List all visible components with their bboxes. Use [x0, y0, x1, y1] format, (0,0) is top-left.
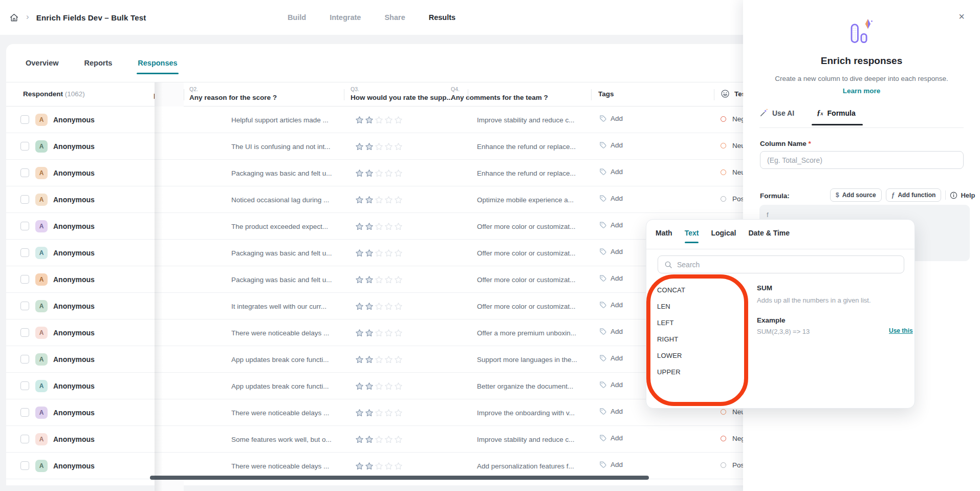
add-tag-button[interactable]: Add — [599, 354, 623, 362]
star-icon — [394, 302, 403, 311]
avatar: A — [35, 433, 48, 445]
star-icon — [375, 222, 383, 231]
row-checkbox[interactable] — [20, 328, 29, 337]
rating-stars — [355, 196, 403, 204]
respondent-name: Anonymous — [53, 302, 95, 310]
row-checkbox[interactable] — [20, 302, 29, 310]
star-icon — [355, 196, 364, 204]
star-icon — [365, 196, 374, 204]
picker-divider — [646, 249, 914, 249]
help-button[interactable]: Help — [950, 191, 975, 199]
table-row[interactable]: AAnonymousSome features work well, but o… — [6, 426, 758, 453]
nav-item-share[interactable]: Share — [384, 13, 405, 22]
function-item-left[interactable]: LEFT — [657, 315, 749, 331]
add-function-button[interactable]: ƒ Add function — [886, 188, 942, 202]
add-tag-button[interactable]: Add — [599, 221, 623, 229]
nav-item-build[interactable]: Build — [288, 13, 306, 22]
function-item-lower[interactable]: LOWER — [657, 348, 749, 364]
table-row[interactable]: AAnonymousPackaging was basic and felt u… — [6, 160, 758, 186]
add-source-button[interactable]: $ Add source — [830, 188, 882, 202]
row-checkbox[interactable] — [20, 355, 29, 364]
rating-stars — [355, 435, 403, 444]
category-tab-text[interactable]: Text — [685, 229, 699, 243]
tags-column-header: Tags — [598, 90, 614, 98]
tag-icon — [599, 221, 607, 229]
star-icon — [384, 382, 393, 391]
q4-answer-cell: Improve the onboarding with v... — [477, 409, 575, 417]
add-tag-button[interactable]: Add — [599, 301, 623, 309]
table-header: Respondent (1062) produ... Q2. Any reaso… — [6, 82, 758, 106]
learn-more-link[interactable]: Learn more — [743, 87, 980, 95]
row-checkbox[interactable] — [20, 435, 29, 443]
respondent-name: Anonymous — [53, 275, 95, 284]
table-row[interactable]: AAnonymousThe UI is confusing and not in… — [6, 133, 758, 160]
add-tag-button[interactable]: Add — [599, 168, 623, 176]
nav-item-results[interactable]: Results — [429, 13, 455, 22]
tag-icon — [599, 274, 607, 282]
table-row[interactable]: AAnonymousThere were noticeable delays .… — [6, 399, 758, 426]
function-item-concat[interactable]: CONCAT — [657, 282, 749, 298]
star-icon — [365, 142, 374, 151]
star-icon — [375, 382, 383, 391]
star-icon — [355, 302, 364, 311]
respondent-column-header: Respondent (1062) — [23, 90, 85, 98]
panel-tab-formula[interactable]: ƒxFormula — [817, 109, 856, 125]
respondent-name: Anonymous — [53, 382, 95, 390]
q4-answer-cell: Offer more color or customizat... — [477, 303, 576, 310]
nav-item-integrate[interactable]: Integrate — [330, 13, 361, 22]
row-checkbox[interactable] — [20, 115, 29, 124]
add-tag-button[interactable]: Add — [599, 274, 623, 282]
column-name-input[interactable] — [760, 151, 964, 169]
function-item-len[interactable]: LEN — [657, 298, 749, 315]
function-item-right[interactable]: RIGHT — [657, 331, 749, 348]
row-checkbox[interactable] — [20, 248, 29, 257]
add-tag-button[interactable]: Add — [599, 115, 623, 122]
row-checkbox[interactable] — [20, 275, 29, 284]
add-tag-button[interactable]: Add — [599, 248, 623, 255]
add-tag-button[interactable]: Add — [599, 381, 623, 389]
category-tab-date-time[interactable]: Date & Time — [748, 229, 790, 243]
formula-label: Formula: — [760, 192, 790, 200]
tab-reports[interactable]: Reports — [83, 52, 114, 74]
star-icon — [394, 249, 403, 258]
panel-subtitle: Create a new column to dive deeper into … — [743, 75, 980, 82]
row-checkbox[interactable] — [20, 168, 29, 177]
q4-column-header: Q4. Any comments for the team ? — [451, 86, 548, 101]
table-row[interactable]: AAnonymousHelpful support articles made … — [6, 106, 758, 133]
row-checkbox[interactable] — [20, 461, 29, 470]
row-checkbox[interactable] — [20, 408, 29, 417]
star-icon — [375, 302, 383, 311]
avatar: A — [35, 114, 48, 126]
star-icon — [355, 409, 364, 417]
star-icon — [365, 462, 374, 471]
add-tag-button[interactable]: Add — [599, 195, 623, 202]
star-icon — [375, 462, 383, 471]
tab-responses[interactable]: Responses — [137, 52, 178, 74]
star-icon — [355, 222, 364, 231]
category-tab-math[interactable]: Math — [656, 229, 672, 243]
search-input[interactable] — [677, 261, 898, 269]
add-tag-button[interactable]: Add — [599, 434, 623, 442]
category-tab-logical[interactable]: Logical — [711, 229, 736, 243]
star-icon — [355, 116, 364, 124]
q4-answer-cell: Support more languages in the... — [477, 356, 577, 364]
use-this-link[interactable]: Use this — [889, 327, 913, 334]
panel-tab-use-ai[interactable]: Use AI — [759, 109, 794, 125]
row-checkbox[interactable] — [20, 142, 29, 151]
function-item-upper[interactable]: UPPER — [657, 364, 749, 380]
horizontal-scrollbar[interactable] — [150, 476, 649, 480]
add-tag-button[interactable]: Add — [599, 328, 623, 335]
add-tag-button[interactable]: Add — [599, 461, 623, 468]
add-tag-button[interactable]: Add — [599, 141, 623, 149]
rating-stars — [355, 329, 403, 337]
row-checkbox[interactable] — [20, 195, 29, 204]
row-checkbox[interactable] — [20, 381, 29, 390]
star-icon — [375, 409, 383, 417]
star-icon — [384, 249, 393, 258]
table-row[interactable]: AAnonymousNoticed occasional lag during … — [6, 186, 758, 213]
add-tag-button[interactable]: Add — [599, 408, 623, 415]
function-picker-popup: MathTextLogicalDate & Time CONCATLENLEFT… — [646, 219, 915, 409]
tab-overview[interactable]: Overview — [25, 52, 60, 74]
row-checkbox[interactable] — [20, 222, 29, 230]
star-icon — [375, 142, 383, 151]
